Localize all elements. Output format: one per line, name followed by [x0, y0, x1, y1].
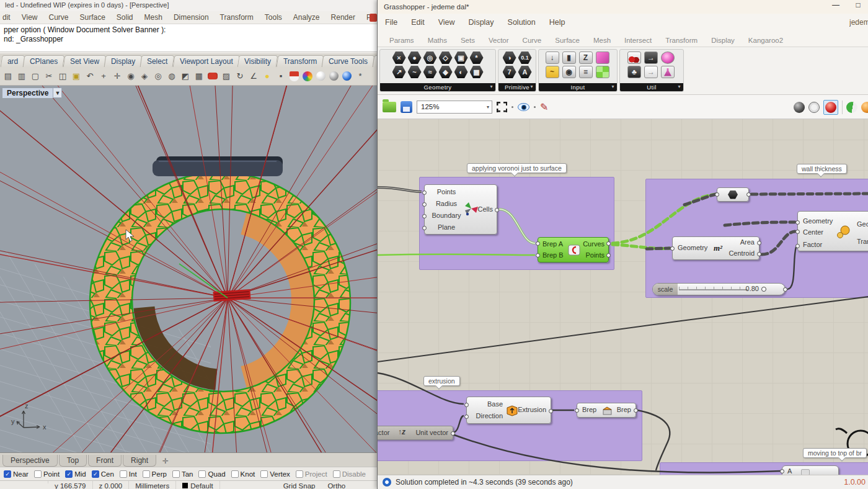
zoom-combo[interactable]: ▾ [417, 101, 492, 114]
viewport-title[interactable]: Perspective [2, 88, 53, 98]
checkbox-icon[interactable] [120, 470, 127, 478]
wireframe-preview-icon[interactable] [808, 102, 820, 113]
minimize-button[interactable]: — [830, 1, 842, 9]
checkbox-icon[interactable] [34, 470, 42, 478]
gh-menu-item[interactable]: Display [469, 18, 494, 27]
toolbar-tab[interactable]: Visibility [237, 55, 278, 67]
tree-icon[interactable]: ♣ [627, 66, 641, 78]
port-center[interactable] [795, 230, 800, 234]
group-label-wall-thickness[interactable]: wall thickness [797, 164, 847, 174]
knob-icon[interactable]: ◉ [562, 66, 576, 78]
text-param-icon[interactable]: A [518, 66, 532, 78]
rhino-menu-item[interactable]: Render [331, 13, 355, 22]
save-icon[interactable]: ▤ [2, 70, 14, 83]
checkbox-icon[interactable] [65, 470, 73, 478]
osnap-toggle[interactable]: Mid [65, 470, 86, 478]
copy-icon[interactable]: ◫ [56, 70, 69, 83]
brep-brep-component[interactable]: Brep A Brep B Curves Points [538, 237, 609, 262]
rhino-menu-item[interactable]: Tools [265, 13, 282, 22]
osnap-toggle[interactable]: Knot [231, 470, 255, 478]
boolean-toggle-icon[interactable]: ▮ [562, 52, 576, 64]
zoom-extents-icon[interactable]: ◩ [179, 70, 192, 83]
port-brep-in[interactable] [575, 408, 579, 413]
port-points-out[interactable] [606, 253, 611, 258]
map-icon[interactable]: ▨ [220, 70, 232, 83]
viewport-tab[interactable]: Perspective [2, 455, 58, 467]
component-tab[interactable]: Mesh [587, 34, 618, 47]
rhino-menu-item[interactable]: Analyze [293, 13, 320, 22]
gh-menu-item[interactable]: Solution [508, 18, 536, 27]
maximize-button[interactable]: □ [852, 1, 864, 9]
component-tab[interactable]: Params [383, 34, 421, 47]
gh-menu-item[interactable]: Edit [411, 18, 425, 27]
surface-param-component[interactable] [717, 187, 749, 202]
scale-component[interactable]: Geometry Center Factor Geometry Transfor… [797, 211, 868, 251]
component-tab[interactable]: Kangaroo2 [742, 34, 790, 47]
lightbulb-icon[interactable]: ● [261, 70, 273, 83]
rhino-menu-item[interactable]: Solid [117, 13, 133, 22]
no-preview-icon[interactable] [794, 102, 805, 113]
shaded-preview-selected[interactable] [823, 100, 838, 115]
component-tab[interactable]: Display [704, 34, 742, 47]
checkbox-icon[interactable] [4, 470, 11, 478]
number-slider-icon[interactable]: ↓ [546, 52, 559, 64]
osnap-toggle[interactable]: Cen [92, 470, 114, 478]
port-area[interactable] [757, 241, 761, 245]
relay-icon[interactable]: → [644, 52, 658, 64]
sphere-param-icon[interactable]: ◐ [454, 66, 468, 78]
ortho-toggle[interactable]: Ortho [321, 481, 352, 489]
zoom-window-icon[interactable]: ◈ [138, 70, 151, 83]
checkbox-icon[interactable] [333, 470, 340, 478]
rhino-menu-item[interactable]: dit [2, 13, 11, 22]
rotate-view-icon[interactable]: ↻ [234, 70, 246, 83]
component-tab[interactable]: Transform [658, 34, 704, 47]
port-base[interactable] [464, 403, 469, 407]
port-plane[interactable] [422, 226, 427, 230]
plane-param-icon[interactable]: ◇ [439, 52, 453, 64]
grasshopper-canvas[interactable]: applying voronoi just to surface wall th… [378, 119, 868, 475]
integer-param-icon[interactable]: 7 [503, 66, 516, 78]
component-tab[interactable]: Intersect [618, 34, 658, 47]
relay-light-icon[interactable]: → [644, 66, 658, 78]
save-file-icon[interactable] [401, 101, 412, 113]
panel-icon[interactable]: ≡ [579, 66, 593, 78]
shield-icon[interactable] [290, 71, 299, 81]
port-points[interactable] [422, 191, 427, 195]
osnap-toggle[interactable]: Perp [143, 470, 167, 478]
osnap-toggle[interactable]: Vertex [260, 470, 290, 478]
osnap-toggle[interactable]: Quad [198, 470, 225, 478]
cherry-icon[interactable] [627, 52, 641, 64]
port-geometry[interactable] [795, 220, 800, 225]
viewport-layout-icon[interactable]: ▦ [193, 70, 205, 83]
units[interactable]: Millimeters [129, 481, 176, 489]
rhino-menu-item[interactable]: View [22, 13, 38, 22]
slider-knob[interactable] [761, 287, 766, 292]
util-group-label[interactable]: Util▾ [620, 83, 683, 91]
port-out[interactable] [746, 192, 751, 197]
toolbar-tab[interactable]: CPlanes [23, 55, 65, 67]
port-curves[interactable] [606, 241, 611, 246]
arc-param-icon[interactable]: ~ [408, 66, 422, 78]
open-file-icon[interactable] [383, 102, 396, 112]
flask-icon[interactable] [661, 66, 675, 78]
colour-swatch-icon[interactable] [596, 66, 609, 78]
port-radius[interactable] [422, 202, 427, 207]
toolbar-tab[interactable]: ard [1, 55, 25, 67]
pan-icon[interactable]: + [97, 70, 110, 83]
toolbar-tab[interactable]: Viewport Layout [172, 55, 240, 67]
unit-vector-component[interactable]: actor ↑z Unit vector [378, 426, 453, 440]
osnap-toggle[interactable]: Int [120, 470, 137, 478]
zoom-extents-icon[interactable] [497, 102, 507, 112]
checkbox-icon[interactable] [198, 470, 206, 478]
jellyfish-icon[interactable] [661, 52, 675, 64]
port-boundary[interactable] [422, 214, 427, 218]
gh-menu-item[interactable]: File [385, 18, 397, 27]
checkbox-icon[interactable] [296, 470, 303, 478]
area-component[interactable]: Geometry m² Area Centroid [672, 236, 760, 260]
toolbar-tab[interactable]: Display [104, 55, 143, 67]
brep-param-component[interactable]: Brep Brep [577, 403, 636, 418]
toolbar-tab[interactable]: Set View [63, 55, 106, 67]
rhino-title-bar[interactable]: led - Undefined WIP (expires in 0 days) … [0, 0, 378, 11]
box-param-icon[interactable]: ▣ [454, 52, 468, 64]
osnap-toggle[interactable]: Disable [333, 470, 366, 478]
